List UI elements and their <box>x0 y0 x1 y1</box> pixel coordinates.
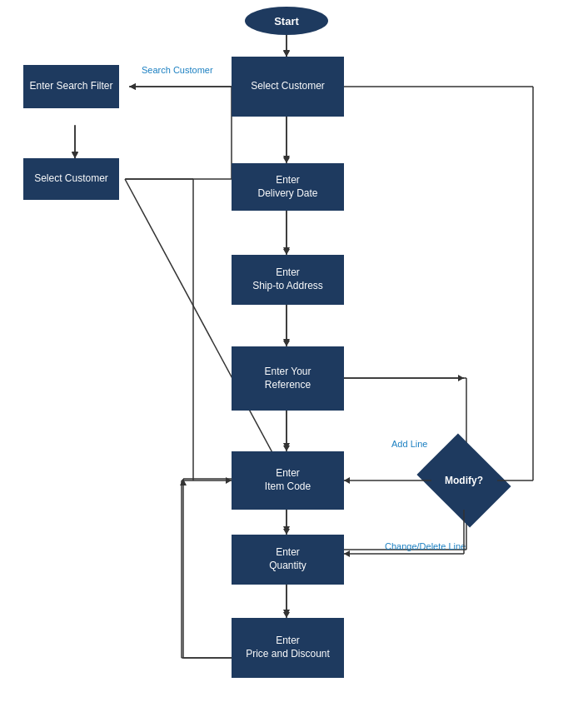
svg-marker-46 <box>130 83 136 90</box>
select-customer-box-node: Select Customer <box>23 158 119 200</box>
svg-marker-44 <box>283 612 290 618</box>
search-customer-label: Search Customer <box>142 65 213 75</box>
svg-marker-27 <box>180 479 187 485</box>
select-customer-label: Select Customer <box>251 80 325 93</box>
enter-quantity-label: Enter Quantity <box>269 546 306 572</box>
enter-reference-label: Enter Your Reference <box>264 366 311 391</box>
svg-marker-11 <box>283 526 290 533</box>
enter-ship-to-label: Enter Ship-to Address <box>252 266 323 292</box>
enter-item-code-label: Enter Item Code <box>265 467 311 493</box>
enter-delivery-date-node: Enter Delivery Date <box>232 163 344 211</box>
svg-marker-52 <box>226 477 232 484</box>
select-customer-box-label: Select Customer <box>34 172 108 186</box>
flowchart: Start Select Customer Enter Search Filte… <box>0 0 588 702</box>
change-delete-line-label: Change/Delete Line <box>385 541 466 551</box>
svg-line-18 <box>125 179 287 479</box>
enter-ship-to-node: Enter Ship-to Address <box>232 255 344 305</box>
svg-marker-9 <box>283 443 290 450</box>
svg-marker-17 <box>72 152 78 158</box>
enter-reference-node: Enter Your Reference <box>232 346 344 411</box>
enter-price-node: Enter Price and Discount <box>232 618 344 678</box>
svg-marker-56 <box>344 477 350 484</box>
svg-marker-34 <box>283 157 290 163</box>
select-customer-node: Select Customer <box>232 57 344 117</box>
enter-search-filter-node: Enter Search Filter <box>23 65 119 108</box>
enter-price-label: Enter Price and Discount <box>246 635 330 660</box>
svg-marker-1 <box>283 50 290 57</box>
svg-marker-38 <box>283 341 290 346</box>
svg-marker-48 <box>72 152 78 158</box>
start-label: Start <box>274 15 299 27</box>
svg-marker-40 <box>283 446 290 451</box>
svg-marker-13 <box>283 610 290 616</box>
svg-marker-42 <box>283 529 290 535</box>
svg-marker-7 <box>283 339 290 346</box>
svg-marker-5 <box>283 247 290 254</box>
enter-search-filter-label: Enter Search Filter <box>29 80 112 93</box>
enter-delivery-date-label: Enter Delivery Date <box>257 174 317 200</box>
enter-item-code-node: Enter Item Code <box>232 451 344 510</box>
svg-marker-15 <box>129 83 136 90</box>
add-line-label: Add Line <box>391 439 427 449</box>
svg-marker-36 <box>283 249 290 255</box>
modify-label: Modify? <box>445 475 483 486</box>
svg-marker-32 <box>283 51 290 57</box>
modify-diamond-node: Modify? <box>426 451 501 510</box>
svg-marker-54 <box>458 375 464 381</box>
svg-marker-59 <box>344 550 350 557</box>
svg-marker-3 <box>283 156 290 162</box>
start-node: Start <box>245 7 328 35</box>
enter-quantity-node: Enter Quantity <box>232 535 344 585</box>
